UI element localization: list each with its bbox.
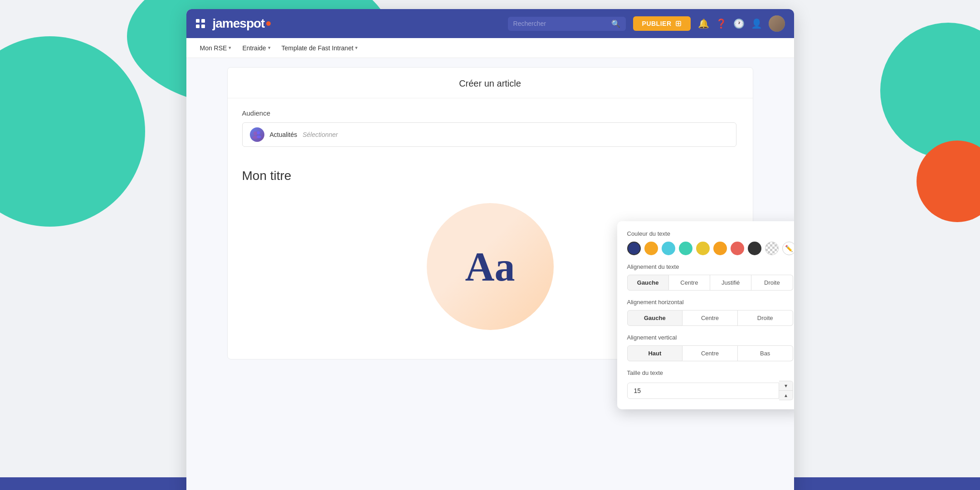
main-window: jamespot 🔍 PUBLIER 🔔 ❓ 🕐 👤: [186, 9, 794, 490]
taille-texte-label: Taille du texte: [627, 369, 793, 376]
align-texte-row: Gauche Centre Justifié Droite: [627, 275, 793, 291]
align-h-row: Gauche Centre Droite: [627, 310, 793, 326]
svg-rect-3: [201, 24, 205, 28]
audience-section: Audience Actualités Sélectionner: [228, 98, 753, 158]
color-swatches: ✏️: [627, 242, 793, 255]
align-texte-justifie[interactable]: Justifié: [710, 275, 751, 291]
search-input[interactable]: [513, 20, 608, 27]
align-texte-centre[interactable]: Centre: [669, 275, 710, 291]
align-v-centre[interactable]: Centre: [683, 345, 738, 361]
help-icon[interactable]: ❓: [716, 18, 727, 29]
color-navy[interactable]: [627, 242, 641, 255]
subnav-template-label: Template de Fast Intranet: [282, 44, 354, 52]
article-header: Créer un article: [228, 68, 753, 98]
color-custom[interactable]: ✏️: [782, 242, 794, 255]
logo-text: jamespot: [213, 16, 265, 31]
logo[interactable]: jamespot: [213, 16, 271, 31]
avatar[interactable]: [769, 15, 785, 32]
svg-rect-0: [196, 19, 200, 23]
svg-rect-2: [196, 24, 200, 28]
subnav-template-chevron: ▾: [355, 45, 358, 51]
subnav-entraide-chevron: ▾: [268, 45, 271, 51]
publish-label: PUBLIER: [642, 20, 672, 27]
subnav-item-rse[interactable]: Mon RSE ▾: [195, 42, 236, 54]
svg-point-6: [257, 131, 260, 135]
notification-icon[interactable]: 🔔: [698, 18, 709, 29]
color-coral[interactable]: [731, 242, 744, 255]
audience-avatar: [250, 127, 264, 142]
color-orange[interactable]: [713, 242, 727, 255]
alignement-vertical-label: Alignement vertical: [627, 334, 793, 341]
subnav: Mon RSE ▾ Entraide ▾ Template de Fast In…: [186, 38, 794, 58]
subnav-item-template[interactable]: Template de Fast Intranet ▾: [277, 42, 363, 54]
align-v-row: Haut Centre Bas: [627, 345, 793, 361]
text-size-input[interactable]: [627, 383, 779, 399]
grid-icon[interactable]: [195, 19, 205, 29]
subnav-entraide-label: Entraide: [242, 44, 266, 52]
color-yellow[interactable]: [644, 242, 658, 255]
subnav-rse-label: Mon RSE: [200, 44, 227, 52]
color-panel: Couleur du texte ✏️ Alignement du texte: [617, 221, 794, 409]
align-texte-droite[interactable]: Droite: [751, 275, 793, 291]
color-cyan[interactable]: [662, 242, 675, 255]
alignement-horizontal-label: Alignement horizontal: [627, 299, 793, 306]
topbar: jamespot 🔍 PUBLIER 🔔 ❓ 🕐 👤: [186, 9, 794, 38]
align-texte-gauche[interactable]: Gauche: [627, 275, 669, 291]
subnav-item-entraide[interactable]: Entraide ▾: [238, 42, 275, 54]
logo-dot: [266, 21, 271, 26]
main-content: Créer un article Audience: [186, 58, 794, 490]
text-size-row: ▾ ▴: [627, 381, 793, 400]
color-transparent[interactable]: [765, 242, 779, 255]
text-size-up[interactable]: ▴: [779, 391, 793, 400]
audience-select-placeholder[interactable]: Sélectionner: [302, 131, 338, 138]
avatar-image: [769, 15, 785, 32]
audience-label: Audience: [242, 109, 738, 117]
illustration-text: Aa: [465, 243, 515, 290]
svg-point-8: [257, 136, 261, 138]
search-icon[interactable]: 🔍: [611, 19, 620, 28]
align-v-bas[interactable]: Bas: [738, 345, 793, 361]
align-h-centre[interactable]: Centre: [683, 310, 738, 326]
subnav-rse-chevron: ▾: [229, 45, 231, 51]
publish-icon: [675, 20, 682, 27]
color-teal[interactable]: [679, 242, 692, 255]
audience-select-row[interactable]: Actualités Sélectionner: [242, 122, 736, 147]
article-body-title[interactable]: Mon titre: [242, 169, 738, 183]
svg-rect-1: [201, 19, 205, 23]
color-gold[interactable]: [696, 242, 710, 255]
align-h-droite[interactable]: Droite: [738, 310, 793, 326]
svg-point-5: [254, 131, 257, 135]
text-size-down[interactable]: ▾: [779, 381, 793, 391]
topbar-icons: 🔔 ❓ 🕐 👤: [698, 15, 785, 32]
text-size-arrows: ▾ ▴: [779, 381, 793, 400]
audience-name: Actualités: [270, 131, 297, 138]
user-icon[interactable]: 👤: [751, 18, 762, 29]
clock-icon[interactable]: 🕐: [733, 18, 745, 29]
illustration-circle: Aa: [427, 203, 554, 330]
article-page-title: Créer un article: [242, 78, 738, 89]
color-dark[interactable]: [748, 242, 761, 255]
search-bar: 🔍: [508, 17, 626, 31]
align-h-gauche[interactable]: Gauche: [627, 310, 683, 326]
publish-button[interactable]: PUBLIER: [633, 16, 691, 31]
couleur-texte-label: Couleur du texte: [627, 230, 793, 237]
alignement-texte-label: Alignement du texte: [627, 263, 793, 270]
align-v-haut[interactable]: Haut: [627, 345, 683, 361]
